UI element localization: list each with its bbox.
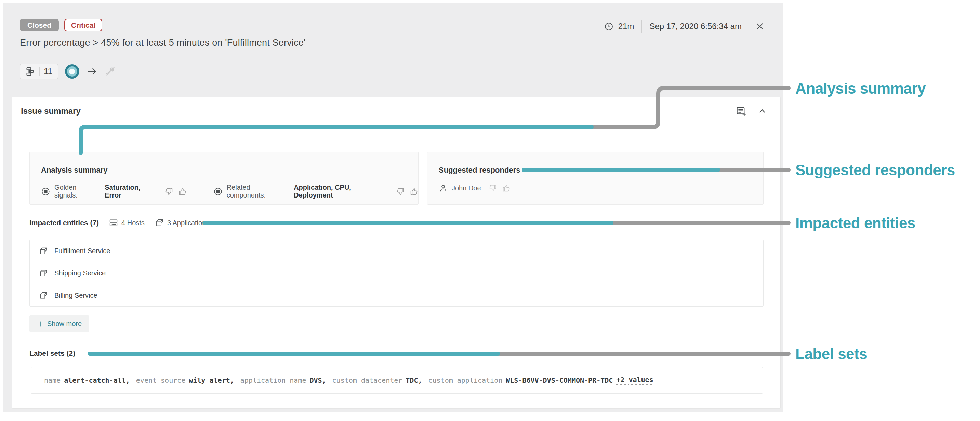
severity-badge: Critical	[64, 19, 102, 32]
correlated-issues-count: 11	[44, 67, 52, 76]
suggested-responders-title: Suggested responders	[439, 166, 763, 175]
application-cube-icon	[39, 269, 48, 278]
toolbar-divider	[39, 67, 40, 76]
entity-row[interactable]: Shipping Service	[30, 262, 763, 284]
label-sets-label: Label sets (2)	[29, 349, 75, 357]
meta-divider	[641, 20, 642, 33]
label-value: wily_alert,	[189, 376, 234, 384]
label-value: WLS-B6VV-DVS-COMMON-PR-TDC	[506, 376, 613, 384]
page: Closed Critical 21m Sep 17, 2020 6:56:34…	[0, 0, 980, 421]
chevron-up-icon[interactable]	[758, 106, 767, 116]
badge-row: Closed Critical	[20, 19, 102, 32]
hosts-chip: 4 Hosts	[109, 218, 145, 227]
correlated-issues-button[interactable]: 11	[20, 64, 58, 79]
thumb-down-icon[interactable]	[165, 187, 173, 196]
correlated-issues-icon	[25, 67, 35, 76]
person-icon	[439, 184, 448, 192]
entity-name: Shipping Service	[54, 269, 106, 277]
entity-row[interactable]: Billing Service	[30, 284, 763, 306]
entity-row[interactable]: Fulfillment Service	[30, 240, 763, 262]
related-components-value: Application, CPU, Deployment	[294, 184, 389, 199]
label-value: alert-catch-all,	[64, 376, 130, 384]
issue-detail-app: Closed Critical 21m Sep 17, 2020 6:56:34…	[3, 3, 783, 412]
thumb-up-icon[interactable]	[410, 187, 418, 196]
issue-meta: 21m Sep 17, 2020 6:56:34 am	[604, 20, 764, 33]
arrow-right-icon	[86, 66, 98, 76]
label-key: name	[44, 376, 60, 384]
impacted-entities-row: Impacted entities (7) 4 Hosts	[29, 218, 209, 227]
thumb-down-icon[interactable]	[396, 187, 405, 196]
label-value: TDC,	[406, 376, 422, 384]
show-more-button[interactable]: Show more	[29, 315, 89, 332]
plus-icon	[37, 321, 44, 327]
add-note-icon[interactable]	[736, 106, 746, 116]
annotation-impacted-entities: Impacted entities	[795, 216, 915, 231]
thumb-up-icon[interactable]	[178, 187, 187, 196]
decisions-donut-icon	[65, 64, 80, 79]
host-icon	[109, 218, 118, 227]
merge-disabled-icon	[105, 66, 116, 77]
label-key: event_source	[136, 376, 186, 384]
application-cube-icon	[39, 291, 48, 300]
golden-signals-label: Golden signals:	[54, 184, 100, 199]
clock-icon	[604, 22, 613, 31]
entity-name: Fulfillment Service	[54, 247, 110, 255]
annotation-label-sets: Label sets	[795, 346, 867, 362]
more-values-link[interactable]: +2 values	[616, 375, 653, 385]
issue-summary-panel: Issue summary	[12, 97, 781, 409]
issue-summary-title: Issue summary	[21, 106, 81, 116]
thumb-up-icon[interactable]	[502, 184, 511, 192]
status-badge: Closed	[20, 19, 59, 32]
application-cube-icon	[39, 247, 48, 255]
label-key: custom_datacenter	[332, 376, 402, 384]
application-cube-icon	[155, 218, 164, 227]
suggested-responders-card: Suggested responders John Doe	[427, 152, 764, 205]
responder-name: John Doe	[452, 184, 481, 192]
ai-signal-icon	[213, 187, 223, 196]
issue-toolbar: 11	[20, 63, 116, 80]
annotation-analysis-summary: Analysis summary	[795, 81, 926, 96]
show-more-label: Show more	[47, 320, 82, 328]
entity-name: Billing Service	[54, 291, 97, 299]
summary-cards: Analysis summary Golden signals: Saturat…	[29, 152, 764, 205]
applications-count: 3 Applications	[167, 219, 209, 227]
issue-timestamp: Sep 17, 2020 6:56:34 am	[649, 22, 742, 31]
analysis-summary-card: Analysis summary Golden signals: Saturat…	[29, 152, 418, 205]
issue-title: Error percentage > 45% for at least 5 mi…	[20, 38, 305, 48]
annotation-suggested-responders: Suggested responders	[795, 163, 955, 178]
close-icon[interactable]	[755, 22, 764, 31]
applications-chip: 3 Applications	[155, 218, 209, 227]
impacted-entities-label: Impacted entities (7)	[29, 219, 99, 227]
hosts-count: 4 Hosts	[121, 219, 145, 227]
issue-duration: 21m	[618, 22, 634, 31]
thumb-down-icon[interactable]	[488, 184, 497, 192]
related-components-label: Related components:	[227, 184, 289, 199]
label-value: DVS,	[309, 376, 326, 384]
label-key: application_name	[240, 376, 306, 384]
golden-signals-value: Saturation, Error	[105, 184, 157, 199]
impacted-entities-list: Fulfillment Service Shipping Service	[29, 240, 764, 307]
issue-summary-header: Issue summary	[12, 97, 780, 126]
analysis-summary-title: Analysis summary	[41, 166, 418, 175]
ai-signal-icon	[41, 187, 50, 196]
label-sets-row: Label sets (2)	[29, 349, 75, 357]
label-set: name alert-catch-all, event_source wily_…	[31, 367, 763, 394]
label-key: custom_application	[428, 376, 502, 384]
